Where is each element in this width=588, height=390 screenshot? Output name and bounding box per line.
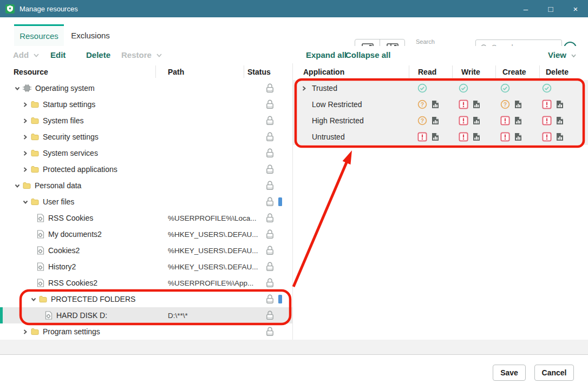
column-header-create[interactable]: Create [502,63,526,80]
resource-row-system-services[interactable]: System services [0,145,292,161]
permission-allow-icon[interactable] [459,83,468,93]
permission-allow-icon[interactable] [542,83,552,93]
permission-block-icon[interactable] [459,100,468,109]
tree-expander[interactable] [21,167,30,173]
horizontal-scrollbar[interactable] [0,340,588,354]
log-events-icon[interactable] [514,133,522,141]
tree-expander[interactable] [13,183,22,189]
add-button[interactable]: Add [13,46,40,63]
resource-row-security-settings[interactable]: Security settings [0,129,292,145]
permission-block-icon[interactable] [542,100,552,109]
edit-button[interactable]: Edit [50,46,66,63]
application-row-low-restricted[interactable]: Low Restricted?? [292,96,588,113]
log-events-icon[interactable] [472,116,481,125]
save-button[interactable]: Save [493,365,526,381]
log-events-icon[interactable] [431,100,440,109]
permission-cell-trusted-read[interactable] [417,80,427,96]
resource-row-program-settings[interactable]: Program settings [0,323,292,340]
application-row-trusted[interactable]: Trusted [292,80,588,96]
resource-row-startup-settings[interactable]: Startup settings [0,96,292,113]
log-events-icon[interactable] [472,133,481,141]
tree-expander[interactable] [21,329,30,335]
maximize-button[interactable]: □ [538,0,563,17]
tree-expander[interactable] [13,85,22,91]
permission-block-icon[interactable] [500,116,510,125]
tree-expander[interactable] [21,102,30,108]
resource-row-personal-data[interactable]: Personal data [0,177,292,194]
resource-row-history2[interactable]: History2%HKEY_USERS\.DEFAU... [0,259,292,275]
permission-cell-low-restricted-delete[interactable] [542,96,564,113]
permission-cell-high-restricted-create[interactable] [500,113,522,129]
close-button[interactable]: × [563,0,588,17]
permission-block-icon[interactable] [417,132,427,142]
tree-expander[interactable] [301,80,308,96]
permission-cell-high-restricted-delete[interactable] [542,113,564,129]
view-button[interactable]: View [548,46,577,63]
permission-cell-untrusted-delete[interactable] [542,129,564,145]
resource-row-protected-folders[interactable]: PROTECTED FOLDERS [0,291,292,307]
permission-prompt-icon[interactable]: ? [417,116,427,125]
resource-row-user-files[interactable]: User files [0,194,292,210]
tree-expander[interactable] [21,199,30,205]
delete-button[interactable]: Delete [86,46,110,63]
resource-row-protected-applications[interactable]: Protected applications [0,161,292,177]
log-events-icon[interactable] [514,100,522,109]
permission-cell-trusted-delete[interactable] [542,80,552,96]
file-gear-icon [37,262,44,271]
tab-resources[interactable]: Resources [14,24,64,46]
application-row-high-restricted[interactable]: High Restricted? [292,113,588,129]
column-header-read[interactable]: Read [418,63,436,80]
expand-all-button[interactable]: Expand all [306,46,347,63]
resource-row-cookies2[interactable]: Cookies2%HKEY_USERS\.DEFAU... [0,242,292,259]
permission-allow-icon[interactable] [417,83,427,93]
log-events-icon[interactable] [431,133,440,141]
resource-row-rss-cookies2[interactable]: RSS Cookies2%USERPROFILE%\App... [0,275,292,291]
lock-status-icon [265,294,275,306]
permission-cell-high-restricted-read[interactable]: ? [417,113,440,129]
permission-allow-icon[interactable] [500,83,510,93]
resource-row-hard-disk-d[interactable]: HARD DISK D:D:\**\* [0,307,292,323]
log-events-icon[interactable] [556,116,564,125]
column-header-delete[interactable]: Delete [546,63,569,80]
permission-block-icon[interactable] [459,116,468,125]
tree-expander[interactable] [21,134,30,140]
permission-prompt-icon[interactable]: ? [417,100,427,109]
permission-cell-high-restricted-write[interactable] [459,113,481,129]
resource-row-system-files[interactable]: System files [0,113,292,129]
log-events-icon[interactable] [431,116,440,125]
log-events-icon[interactable] [514,116,522,125]
permission-cell-trusted-write[interactable] [459,80,468,96]
permission-cell-low-restricted-read[interactable]: ? [417,96,440,113]
log-events-icon[interactable] [556,133,564,141]
cancel-button[interactable]: Cancel [534,365,574,381]
tree-expander[interactable] [21,118,30,124]
column-header-application[interactable]: Application [303,63,344,80]
application-row-untrusted[interactable]: Untrusted [292,129,588,145]
permission-block-icon[interactable] [542,132,552,142]
tab-exclusions[interactable]: Exclusions [66,24,115,46]
permission-prompt-icon[interactable]: ? [500,100,510,109]
permission-block-icon[interactable] [542,116,552,125]
permission-cell-untrusted-read[interactable] [417,129,440,145]
resource-row-rss-cookies[interactable]: RSS Cookies%USERPROFILE%\Loca... [0,210,292,226]
permission-cell-trusted-create[interactable] [500,80,510,96]
permission-cell-low-restricted-write[interactable] [459,96,481,113]
tree-expander[interactable] [21,150,30,156]
log-events-icon[interactable] [472,100,481,109]
permission-block-icon[interactable] [459,132,468,142]
column-header-resource[interactable]: Resource [14,63,48,80]
resource-row-my-documents2[interactable]: My documents2%HKEY_USERS\.DEFAU... [0,226,292,242]
column-header-write[interactable]: Write [461,63,480,80]
collapse-all-button[interactable]: Collapse all [345,46,390,63]
log-events-icon[interactable] [556,100,564,109]
permission-cell-untrusted-write[interactable] [459,129,481,145]
permission-block-icon[interactable] [500,132,510,142]
resource-row-operating-system[interactable]: Operating system [0,80,292,96]
permission-cell-low-restricted-create[interactable]: ? [500,96,522,113]
column-header-path[interactable]: Path [168,63,184,80]
minimize-button[interactable]: – [513,0,538,17]
tree-expander[interactable] [29,296,38,302]
column-header-status[interactable]: Status [247,63,271,80]
permission-cell-untrusted-create[interactable] [500,129,522,145]
restore-button[interactable]: Restore [121,46,162,63]
